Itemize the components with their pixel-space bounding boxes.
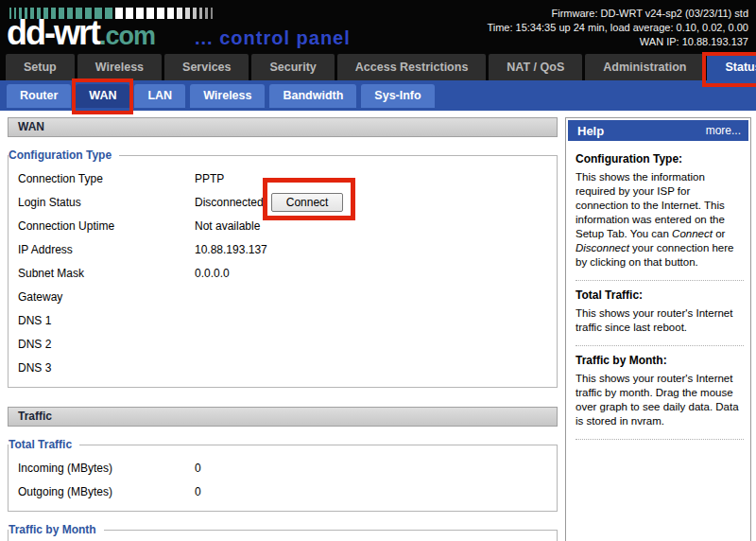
help-paragraph-total-traffic: This shows your router's Internet traffi…: [576, 306, 744, 335]
system-info-line-3: WAN IP: 10.88.193.137: [487, 35, 748, 49]
field-label-login-status: Login Status: [9, 196, 195, 209]
logo-text: dd-wrt: [7, 13, 99, 53]
total-traffic-rows: Incoming (MBytes)0Outgoing (MBytes)0: [9, 456, 557, 503]
field-label-connection-type: Connection Type: [9, 172, 195, 185]
field-row-login-status: Login StatusDisconnectedConnect: [9, 190, 557, 214]
help-paragraph-traffic-by-month: This shows your router's Internet traffi…: [576, 372, 744, 428]
field-value-text-subnet-mask: 0.0.0.0: [195, 267, 230, 280]
nav-tab-wireless[interactable]: Wireless: [77, 54, 162, 80]
help-divider-2: [576, 345, 744, 346]
field-value-incoming-mbytes: 0: [195, 462, 201, 475]
field-value-login-status: DisconnectedConnect: [195, 193, 343, 212]
nav-tab-security[interactable]: Security: [251, 54, 334, 80]
help-divider-1: [576, 280, 744, 281]
help-heading-traffic-by-month: Traffic by Month:: [576, 354, 744, 367]
help-title: Help: [577, 124, 604, 138]
field-label-gateway: Gateway: [9, 290, 195, 304]
configuration-type-legend: Configuration Type: [9, 148, 119, 162]
main-column: WAN Configuration Type Connection TypePP…: [8, 117, 558, 541]
field-label-connection-uptime: Connection Uptime: [9, 219, 195, 233]
field-label-ip-address: IP Address: [9, 243, 195, 256]
logo-tagline: ... control panel: [195, 27, 351, 49]
nav-tab-access-restrictions[interactable]: Access Restrictions: [337, 54, 487, 80]
help-heading-configuration-type: Configuration Type:: [576, 152, 744, 166]
traffic-by-month-legend: Traffic by Month: [9, 523, 104, 536]
configuration-rows: Connection TypePPTPLogin StatusDisconnec…: [9, 166, 557, 379]
field-label-incoming-mbytes: Incoming (MBytes): [9, 462, 195, 475]
subnav-tab-wireless[interactable]: Wireless: [190, 84, 265, 108]
field-row-connection-uptime: Connection UptimeNot available: [9, 214, 557, 237]
nav-tab-administration[interactable]: Administration: [585, 54, 704, 80]
system-info-line-2: Time: 15:34:35 up 24 min, load average: …: [487, 21, 748, 35]
field-value-outgoing-mbytes: 0: [195, 485, 201, 498]
field-row-incoming-mbytes: Incoming (MBytes)0: [9, 456, 557, 480]
field-row-ip-address: IP Address10.88.193.137: [9, 237, 557, 261]
help-sidebar: Help more... Configuration Type:This sho…: [565, 117, 751, 541]
help-text-segment: This shows your router's Internet traffi…: [576, 307, 732, 333]
help-divider-3: [576, 439, 744, 440]
field-value-text-outgoing-mbytes: 0: [195, 485, 201, 498]
help-text-segment: or: [713, 228, 725, 239]
field-row-subnet-mask: Subnet Mask0.0.0.0: [9, 261, 557, 285]
subnav-tab-bandwidth[interactable]: Bandwidth: [269, 84, 356, 108]
field-row-outgoing-mbytes: Outgoing (MBytes)0: [9, 480, 557, 503]
logo-com-text: .com: [99, 22, 155, 51]
traffic-by-month-group: Traffic by Month: [8, 523, 558, 541]
system-info-block: Firmware: DD-WRT v24-sp2 (03/23/11) stdT…: [487, 7, 748, 49]
help-heading-total-traffic: Total Traffic:: [576, 288, 744, 302]
field-value-connection-uptime: Not available: [195, 219, 260, 233]
subnav-tab-sys-info[interactable]: Sys-Info: [361, 84, 434, 108]
help-italic-term: Disconnect: [576, 242, 629, 253]
total-traffic-group: Total Traffic Incoming (MBytes)0Outgoing…: [8, 438, 558, 512]
subnav-tab-router[interactable]: Router: [7, 84, 71, 108]
field-value-text-ip-address: 10.88.193.137: [195, 243, 267, 256]
field-label-subnet-mask: Subnet Mask: [9, 267, 195, 280]
field-value-text-incoming-mbytes: 0: [195, 462, 201, 475]
traffic-section-header: Traffic: [8, 407, 558, 427]
subnav-tab-lan[interactable]: LAN: [134, 84, 185, 108]
help-header-bar: Help more...: [568, 120, 748, 141]
field-value-ip-address: 10.88.193.137: [195, 243, 267, 256]
field-value-text-login-status: Disconnected: [195, 196, 264, 209]
configuration-type-group: Configuration Type Connection TypePPTPLo…: [8, 148, 558, 388]
subnav-tab-wan[interactable]: WAN: [76, 84, 129, 108]
field-row-dns-3: DNS 3: [9, 356, 557, 379]
wan-section-header: WAN: [8, 117, 558, 137]
page-header: dd-wrt .com ... control panel Firmware: …: [0, 0, 756, 54]
nav-tab-status[interactable]: Status: [707, 54, 756, 80]
help-text-segment: This shows your router's Internet traffi…: [576, 373, 739, 427]
field-value-connection-type: PPTP: [195, 172, 224, 185]
help-italic-term: Connect: [672, 228, 713, 239]
nav-tab-services[interactable]: Services: [164, 54, 249, 80]
field-value-text-connection-type: PPTP: [195, 172, 224, 185]
field-label-dns-1: DNS 1: [9, 314, 195, 327]
field-row-dns-1: DNS 1: [9, 308, 557, 332]
field-label-dns-2: DNS 2: [9, 338, 195, 351]
nav-tab-nat-qos[interactable]: NAT / QoS: [489, 54, 582, 80]
content-area: WAN Configuration Type Connection TypePP…: [0, 111, 756, 541]
nav-tab-setup[interactable]: Setup: [6, 54, 75, 80]
system-info-line-1: Firmware: DD-WRT v24-sp2 (03/23/11) std: [487, 7, 748, 21]
field-label-outgoing-mbytes: Outgoing (MBytes): [9, 485, 195, 498]
connect-button[interactable]: Connect: [271, 193, 344, 212]
field-row-dns-2: DNS 2: [9, 332, 557, 356]
total-traffic-legend: Total Traffic: [9, 438, 79, 451]
status-subnav: RouterWANLANWirelessBandwidthSys-Info: [0, 80, 756, 111]
field-row-gateway: Gateway: [9, 285, 557, 308]
field-row-connection-type: Connection TypePPTP: [9, 166, 557, 190]
help-more-link[interactable]: more...: [706, 124, 741, 137]
field-label-dns-3: DNS 3: [9, 361, 195, 375]
main-nav: SetupWirelessServicesSecurityAccess Rest…: [0, 54, 756, 80]
field-value-subnet-mask: 0.0.0.0: [195, 267, 230, 280]
help-content: Configuration Type:This shows the inform…: [568, 141, 748, 440]
annotation-box-wan-tab: [72, 79, 133, 114]
help-paragraph-configuration-type: This shows the information required by y…: [576, 170, 744, 270]
field-value-text-connection-uptime: Not available: [195, 219, 260, 233]
connect-button-wrap: Connect: [271, 193, 344, 212]
logo: dd-wrt .com ... control panel: [7, 13, 351, 53]
